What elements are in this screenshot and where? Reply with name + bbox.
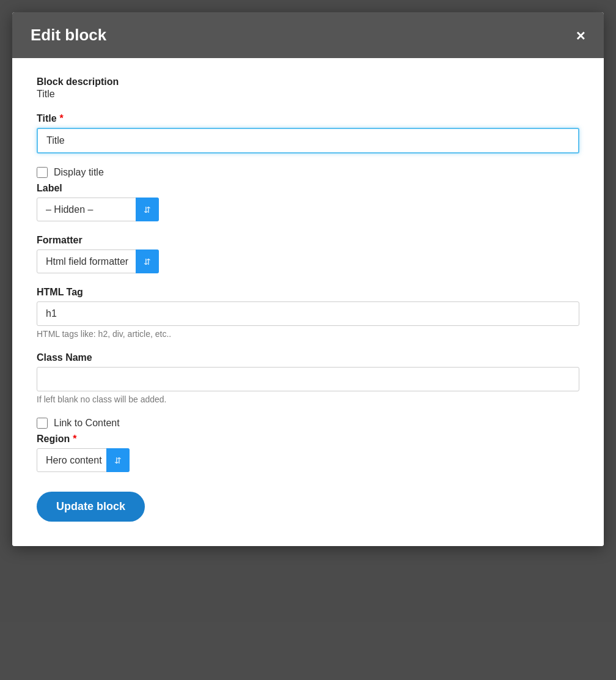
modal-body: Block description Title Title * Display …	[12, 58, 604, 546]
formatter-label: Formatter	[37, 235, 579, 246]
display-title-label: Display title	[54, 167, 104, 178]
update-block-button[interactable]: Update block	[37, 492, 145, 522]
formatter-select-wrapper: Html field formatter ⇵	[37, 249, 159, 273]
label-select[interactable]: – Hidden –	[37, 198, 159, 221]
region-field-group: Region * Hero content ⇵	[37, 434, 579, 472]
title-required-star: *	[60, 113, 64, 124]
display-title-checkbox[interactable]	[37, 167, 48, 178]
html-tag-hint: HTML tags like: h2, div, article, etc..	[37, 329, 579, 339]
region-select[interactable]: Hero content	[37, 448, 130, 472]
formatter-select[interactable]: Html field formatter	[37, 249, 159, 273]
label-field-group: Label – Hidden – ⇵	[37, 183, 579, 221]
formatter-field-group: Formatter Html field formatter ⇵	[37, 235, 579, 273]
class-name-label: Class Name	[37, 352, 579, 363]
title-label: Title *	[37, 113, 579, 124]
block-description-label: Block description	[37, 76, 579, 87]
display-title-group: Display title	[37, 167, 579, 178]
link-to-content-group: Link to Content	[37, 418, 579, 429]
class-name-hint: If left blank no class will be added.	[37, 394, 579, 404]
html-tag-input[interactable]	[37, 301, 579, 326]
link-to-content-label: Link to Content	[54, 418, 120, 429]
title-field-group: Title *	[37, 113, 579, 153]
region-required-star: *	[73, 434, 76, 445]
class-name-field-group: Class Name If left blank no class will b…	[37, 352, 579, 404]
class-name-input[interactable]	[37, 367, 579, 391]
html-tag-label: HTML Tag	[37, 287, 579, 298]
region-select-wrapper: Hero content ⇵	[37, 448, 130, 472]
close-button[interactable]: ×	[576, 28, 585, 43]
label-select-wrapper: – Hidden – ⇵	[37, 198, 159, 221]
title-input[interactable]	[37, 128, 579, 153]
link-to-content-checkbox[interactable]	[37, 418, 48, 429]
modal-title: Edit block	[31, 26, 106, 45]
region-label-row: Region *	[37, 434, 579, 445]
block-description-value: Title	[37, 89, 579, 100]
modal-header: Edit block ×	[12, 12, 604, 58]
block-description-group: Block description Title	[37, 76, 579, 100]
html-tag-field-group: HTML Tag HTML tags like: h2, div, articl…	[37, 287, 579, 339]
label-field-label: Label	[37, 183, 579, 194]
